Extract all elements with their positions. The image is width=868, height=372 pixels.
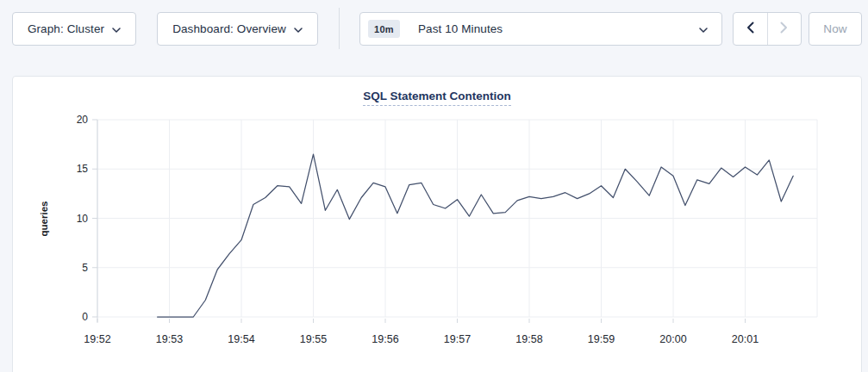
time-range-dropdown[interactable]: 10m Past 10 Minutes [359, 12, 722, 46]
time-forward-button[interactable] [768, 13, 802, 45]
dashboard-dropdown[interactable]: Dashboard: Overview [157, 12, 318, 46]
chevron-down-icon [294, 22, 303, 35]
toolbar-divider [339, 8, 340, 49]
x-axis-tick-label: 20:00 [659, 333, 686, 345]
chart-title[interactable]: SQL Statement Contention [363, 90, 511, 106]
time-range-label: Past 10 Minutes [418, 22, 503, 35]
y-axis-tick-label: 10 [77, 213, 89, 225]
x-axis-tick-label: 19:56 [372, 333, 398, 345]
graph-dropdown[interactable]: Graph: Cluster [12, 12, 136, 46]
series-line-queries [158, 154, 794, 317]
time-window-badge: 10m [368, 20, 400, 38]
x-axis-tick-label: 19:58 [515, 333, 542, 345]
y-axis-label: queries [39, 202, 49, 237]
chevron-left-icon [746, 22, 754, 37]
sql-statement-contention-chart[interactable]: 0510152019:5219:5319:5419:5519:5619:5719… [13, 77, 863, 372]
now-button[interactable]: Now [809, 12, 862, 46]
chevron-down-icon [699, 22, 708, 35]
x-axis-tick-label: 19:55 [300, 333, 327, 345]
y-axis-tick-label: 20 [77, 114, 89, 126]
y-axis-tick-label: 15 [77, 163, 89, 175]
chevron-down-icon [112, 22, 121, 35]
x-axis-tick-label: 19:52 [84, 333, 110, 345]
x-axis-tick-label: 19:57 [444, 333, 471, 345]
y-axis-tick-label: 5 [82, 262, 88, 274]
chevron-right-icon [780, 22, 788, 37]
time-shift-button-group [733, 12, 802, 46]
x-axis-tick-label: 19:54 [228, 333, 254, 345]
x-axis-tick-label: 20:01 [732, 333, 759, 345]
graph-dropdown-label: Graph: Cluster [28, 22, 104, 35]
dashboard-dropdown-label: Dashboard: Overview [172, 22, 286, 35]
x-axis-tick-label: 19:53 [156, 333, 183, 345]
time-back-button[interactable] [734, 13, 768, 45]
y-axis-tick-label: 0 [82, 311, 88, 323]
chart-card: 0510152019:5219:5319:5419:5519:5619:5719… [12, 76, 862, 372]
chart-title-wrap: SQL Statement Contention [13, 88, 861, 106]
now-button-label: Now [823, 22, 846, 35]
x-axis-tick-label: 19:59 [588, 333, 615, 345]
